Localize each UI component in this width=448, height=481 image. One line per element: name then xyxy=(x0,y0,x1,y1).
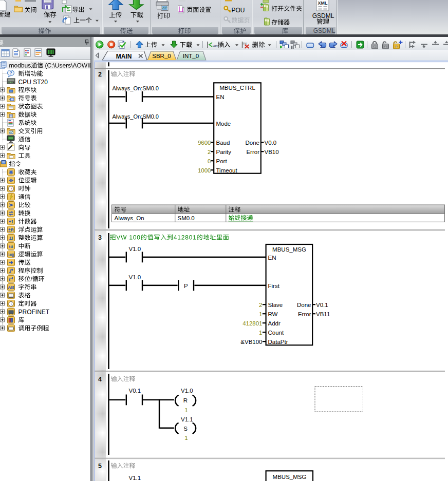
svg-text:V0.1: V0.1 xyxy=(129,388,141,394)
svg-text:XML: XML xyxy=(318,1,328,6)
svg-text:Always_On: Always_On xyxy=(115,215,144,221)
svg-text:2: 2 xyxy=(259,302,262,308)
svg-text:EN: EN xyxy=(268,255,276,261)
svg-text:Always_On:SM0.0: Always_On:SM0.0 xyxy=(113,85,159,91)
svg-text:Port: Port xyxy=(216,158,228,164)
svg-text:1000: 1000 xyxy=(198,167,211,174)
svg-text:Mode: Mode xyxy=(216,121,231,127)
svg-text:First: First xyxy=(268,283,280,289)
svg-text:Addr: Addr xyxy=(268,320,281,326)
svg-text:2: 2 xyxy=(208,149,211,155)
svg-text:P: P xyxy=(184,283,188,289)
svg-text:V1.1: V1.1 xyxy=(129,475,141,481)
svg-text:MAIN: MAIN xyxy=(116,53,132,60)
svg-text:V1.1: V1.1 xyxy=(181,416,193,422)
svg-text:PROFINET: PROFINET xyxy=(18,309,50,316)
svg-text:ttt: ttt xyxy=(9,244,13,249)
svg-text:MBUS_CTRL: MBUS_CTRL xyxy=(219,85,255,91)
svg-text:V1.0: V1.0 xyxy=(129,246,141,252)
svg-text:412801: 412801 xyxy=(242,320,262,326)
svg-text:S: S xyxy=(183,426,188,432)
svg-text:10][: 10][ xyxy=(8,253,14,257)
svg-text:Count: Count xyxy=(268,330,284,336)
svg-text:3: 3 xyxy=(98,234,102,241)
svg-text:&VB100: &VB100 xyxy=(240,339,262,345)
svg-text:Timeout: Timeout xyxy=(216,167,238,174)
svg-text:0: 0 xyxy=(208,158,211,164)
svg-text:V1.0: V1.0 xyxy=(181,388,193,394)
svg-text:5: 5 xyxy=(98,463,102,470)
svg-text:GSDML: GSDML xyxy=(312,12,334,20)
svg-text:GSDML: GSDML xyxy=(313,27,335,34)
svg-text:VB10: VB10 xyxy=(265,149,279,155)
svg-text:R: R xyxy=(183,397,188,403)
svg-text:V0.0: V0.0 xyxy=(265,140,277,146)
svg-text:INT_0: INT_0 xyxy=(183,53,199,59)
svg-text:VB11: VB11 xyxy=(316,311,330,317)
svg-text:±I: ±I xyxy=(9,236,13,241)
svg-text:DataPtr: DataPtr xyxy=(268,339,288,345)
svg-text:SM0.0: SM0.0 xyxy=(178,215,195,221)
svg-text:AB: AB xyxy=(8,285,14,290)
svg-text:SBR_0: SBR_0 xyxy=(152,53,171,59)
svg-text:CPU ST20: CPU ST20 xyxy=(18,79,48,86)
svg-text:V0.1: V0.1 xyxy=(316,302,328,308)
svg-text:MBUS_MSG: MBUS_MSG xyxy=(272,246,306,253)
svg-text:Error: Error xyxy=(246,149,259,155)
svg-text:Done: Done xyxy=(246,140,260,146)
svg-text:Error: Error xyxy=(298,311,311,317)
svg-text:Done: Done xyxy=(297,302,311,308)
svg-text:POU: POU xyxy=(232,7,245,14)
svg-text:Slave: Slave xyxy=(268,302,283,308)
svg-text:V1.0: V1.0 xyxy=(129,274,141,280)
svg-text:MBUS_MSG: MBUS_MSG xyxy=(273,474,307,480)
svg-text:1: 1 xyxy=(184,435,188,441)
svg-text:?: ? xyxy=(9,70,12,75)
svg-text:RW: RW xyxy=(268,311,278,317)
svg-text:1: 1 xyxy=(259,311,262,317)
svg-text:1: 1 xyxy=(259,330,262,336)
svg-text:Baud: Baud xyxy=(216,140,230,146)
svg-text:Parity: Parity xyxy=(216,149,232,155)
svg-text:4: 4 xyxy=(98,376,102,383)
svg-text:9600: 9600 xyxy=(198,140,211,146)
svg-text:1: 1 xyxy=(184,407,188,413)
svg-text:±R: ±R xyxy=(8,227,14,233)
svg-text:EN: EN xyxy=(216,94,225,100)
svg-text:2: 2 xyxy=(98,71,102,78)
svg-text:Always_On:SM0.0: Always_On:SM0.0 xyxy=(113,113,159,120)
svg-text:+1: +1 xyxy=(9,219,14,224)
